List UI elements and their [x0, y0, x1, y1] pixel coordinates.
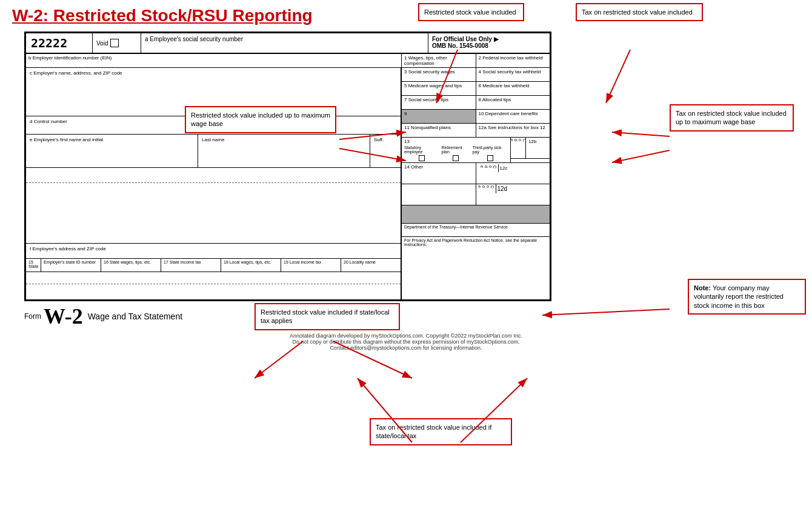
box12b-row: Code 12b	[511, 138, 550, 159]
box13-label: 13	[404, 139, 410, 144]
row-5-6: 5 Medicare wages and tips 6 Medicare tax…	[402, 82, 550, 96]
cell-f: f Employee's address and ZIP code	[26, 244, 401, 259]
arrow-box2	[606, 50, 630, 103]
box12d-inner: Code 12d	[476, 184, 550, 193]
state-row-1: 15 State Employer's state ID number 16 S…	[26, 259, 401, 272]
state-15: 15 State	[26, 259, 41, 272]
ssn-label: a Employee's social security number	[145, 36, 243, 42]
void-checkbox[interactable]	[110, 39, 119, 47]
cell-14: 14 Other	[402, 163, 476, 184]
w2-bottom-label: Form W-2 Wage and Tax Statement	[24, 304, 800, 329]
box12d-code: Code	[476, 184, 496, 193]
w2-header-row: 22222 Void a Employee's social security …	[26, 33, 550, 54]
left-section: c Employer's name, address, and ZIP code…	[26, 68, 402, 299]
cell-e2: Last name	[198, 135, 370, 167]
row-b: b Employer identification number (EIN) 1…	[26, 54, 550, 68]
omb-text: OMB No. 1545-0008	[432, 42, 546, 49]
box13-checkboxes: Statutory employee Retirement plan Third…	[404, 145, 508, 161]
cell-11: 11 Nonqualified plans	[402, 124, 476, 137]
row-blank-12d: Code 12d	[402, 184, 550, 205]
cell-7: 7 Social security tips	[402, 96, 476, 109]
cell-e1: e Employee's first name and initial	[26, 135, 198, 167]
left-blank-area	[26, 183, 401, 244]
annotation-mid-right-text: Tax on restricted stock value included i…	[376, 424, 491, 439]
privacy-act-text: For Privacy Act and Paperwork Reduction …	[402, 237, 550, 248]
annotation-left: Restricted stock value included up to ma…	[185, 106, 336, 133]
row-13-12b: 13 Statutory employee Retirement plan	[402, 138, 550, 163]
form-word: Form	[24, 312, 41, 321]
page-container: W-2: Restricted Stock/RSU Reporting 2222…	[0, 0, 812, 520]
box12c-inner: Code 12c	[479, 164, 548, 172]
row-3-4: 3 Social security wages 4 Social securit…	[402, 68, 550, 82]
cell-13: 13 Statutory employee Retirement plan	[402, 138, 511, 162]
state-dash	[26, 272, 401, 284]
box12d-val: 12d	[496, 184, 550, 193]
annotation-note: Note: Your company may voluntarily repor…	[688, 279, 806, 315]
state-18: 18 Local wages, tips, etc.	[221, 259, 281, 272]
state-19: 19 Local income tax	[281, 259, 341, 272]
annotation-top-right: Tax on restricted stock value included	[576, 3, 703, 21]
state-blank	[26, 284, 401, 299]
annotation-top-center: Restricted stock value included	[418, 3, 524, 21]
annotation-right-text: Tax on restricted stock value included u…	[676, 110, 787, 125]
right-section: 3 Social security wages 4 Social securit…	[402, 68, 550, 299]
right-bottom-shaded	[402, 205, 550, 224]
cell-b: b Employer identification number (EIN)	[26, 54, 402, 67]
retirement-plan: Retirement plan	[442, 145, 470, 161]
row-11-12a: 11 Nonqualified plans 12a See instructio…	[402, 124, 550, 138]
irs-dept: Department of the Treasury—Internal Reve…	[404, 225, 508, 229]
wage-statement: Wage and Tax Statement	[88, 312, 182, 321]
row-9-10: 9 10 Dependent care benefits	[402, 110, 550, 124]
state-20: 20 Locality name	[341, 259, 401, 272]
right-irs-text: Department of the Treasury—Internal Reve…	[402, 224, 550, 236]
privacy-label: For Privacy Act and Paperwork Reduction …	[404, 238, 537, 247]
row-7-8: 7 Social security tips 8 Allocated tips	[402, 96, 550, 110]
statutory-checkbox[interactable]	[419, 155, 425, 161]
form-body: c Employer's name, address, and ZIP code…	[26, 68, 550, 299]
annotation-mid-left: Restricted stock value included if state…	[255, 303, 400, 330]
arrow-box4	[612, 132, 670, 136]
retirement-checkbox[interactable]	[453, 155, 459, 161]
annotation-mid-right: Tax on restricted stock value included i…	[370, 418, 512, 445]
state-17: 17 State income tax	[161, 259, 221, 272]
cell-3: 3 Social security wages	[402, 68, 476, 81]
cell-2: 2 Federal income tax withheld	[476, 54, 550, 67]
box12c-code: Code	[479, 164, 499, 172]
annotation-top-right-text: Tax on restricted stock value included	[582, 8, 693, 16]
row-e-dash	[26, 168, 401, 183]
row-e: e Employee's first name and initial Last…	[26, 135, 401, 168]
note-label: Note:	[694, 284, 711, 292]
third-party-sick: Third-party sick pay	[473, 145, 508, 161]
annotation-right: Tax on restricted stock value included u…	[670, 104, 794, 132]
box12b-val: 12b	[526, 138, 550, 158]
cell-8: 8 Allocated tips	[476, 96, 550, 109]
w2-form: 22222 Void a Employee's social security …	[24, 32, 551, 301]
cell-4: 4 Social security tax withheld	[476, 68, 550, 81]
official-text: For Official Use Only ▶	[432, 36, 546, 42]
box14-continuation	[402, 184, 476, 205]
right-state-row: Department of the Treasury—Internal Reve…	[402, 224, 550, 237]
state-16: 16 State wages, tips, etc.	[101, 259, 161, 272]
box12b-area: Code 12b	[511, 138, 550, 162]
footer-line2: Do not copy or distribute this diagram w…	[12, 339, 800, 345]
annotation-mid-left-text: Restricted stock value included if state…	[261, 308, 390, 324]
box12b-code-label: Code	[511, 138, 526, 158]
cell-5: 5 Medicare wages and tips	[402, 82, 476, 95]
cell-12a: 12a See instructions for box 12	[476, 124, 550, 137]
annotation-top-center-text: Restricted stock value included	[424, 8, 516, 16]
state-id: Employer's state ID number	[41, 259, 101, 272]
footer: Annotated diagram developed by myStockOp…	[12, 333, 800, 351]
w2-big-label: W-2	[44, 304, 83, 329]
arrow-box6	[612, 150, 670, 162]
void-label: Void	[96, 40, 108, 47]
ssn-field: a Employee's social security number	[141, 33, 428, 53]
sick-pay-checkbox[interactable]	[487, 155, 493, 161]
cell-12d: Code 12d	[476, 184, 550, 205]
annotation-left-text: Restricted stock value included up to ma…	[191, 112, 330, 127]
cell-9: 9	[402, 110, 476, 123]
cell-e3: Suff.	[370, 135, 401, 167]
form-22222: 22222	[26, 33, 93, 53]
statutory-employee: Statutory employee	[404, 145, 439, 161]
cell-1: 1 Wages, tips, other compensation	[402, 54, 476, 67]
cell-12c: Code 12c	[476, 163, 550, 184]
